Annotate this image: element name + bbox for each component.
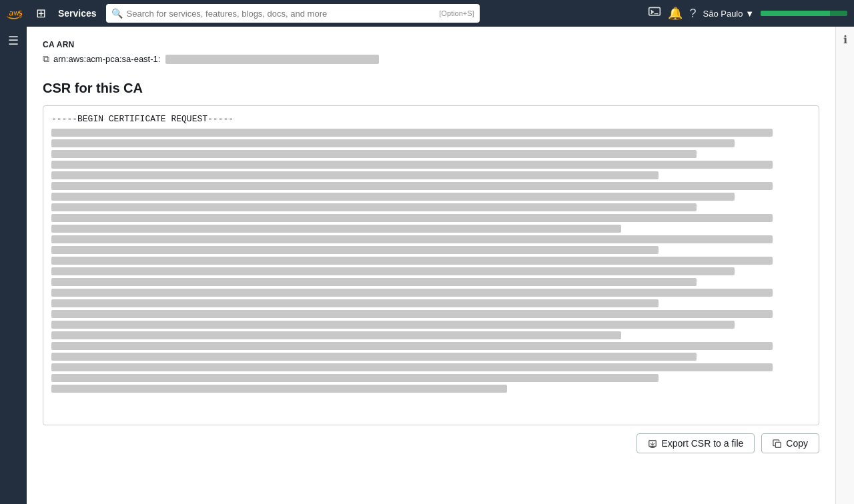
csr-line-21 — [51, 342, 773, 350]
csr-line-23 — [51, 363, 773, 371]
csr-line-4 — [51, 161, 773, 169]
csr-line-7 — [51, 193, 735, 201]
csr-line-1 — [51, 129, 773, 137]
account-status-bar — [761, 11, 847, 16]
account-status-fill — [761, 11, 830, 16]
search-icon: 🔍 — [111, 8, 123, 19]
csr-line-3 — [51, 150, 697, 158]
left-sidebar: ☰ — [0, 27, 27, 504]
csr-textarea-wrapper: -----BEGIN CERTIFICATE REQUEST----- — [43, 105, 819, 425]
export-icon — [648, 438, 657, 449]
right-info-panel: ℹ — [835, 27, 854, 504]
csr-line-14 — [51, 267, 735, 275]
arn-prefix-text: arn:aws:acm-pca:sa-east-1: — [53, 54, 160, 64]
csr-section: CSR for this CA -----BEGIN CERTIFICATE R… — [43, 81, 819, 453]
aws-logo[interactable] — [7, 6, 28, 21]
csr-line-17 — [51, 299, 659, 307]
top-navigation: ⊞ Services 🔍 [Option+S] 🔔 ? São Paulo ▼ — [0, 0, 854, 27]
region-caret: ▼ — [745, 9, 754, 19]
main-content: CA ARN ⧉ arn:aws:acm-pca:sa-east-1: CSR … — [27, 27, 835, 504]
svg-rect-0 — [649, 7, 661, 15]
search-shortcut: [Option+S] — [439, 9, 474, 17]
csr-line-13 — [51, 257, 773, 265]
search-input[interactable] — [127, 9, 436, 19]
csr-line-25 — [51, 385, 507, 393]
arn-redacted-value — [165, 55, 379, 64]
info-panel-icon[interactable]: ℹ — [843, 33, 847, 46]
ca-arn-label: CA ARN — [43, 40, 819, 49]
copy-icon — [773, 438, 782, 449]
notifications-icon[interactable]: 🔔 — [668, 6, 683, 21]
sidebar-toggle-icon[interactable]: ☰ — [8, 33, 19, 48]
grid-icon[interactable]: ⊞ — [33, 3, 49, 23]
csr-line-9 — [51, 214, 773, 222]
csr-line-5 — [51, 171, 659, 179]
csr-line-20 — [51, 331, 621, 339]
arn-value-row: ⧉ arn:aws:acm-pca:sa-east-1: — [43, 53, 819, 65]
cloudshell-icon[interactable] — [648, 5, 661, 22]
region-label: São Paulo — [703, 9, 743, 19]
csr-line-8 — [51, 203, 697, 211]
csr-line-19 — [51, 321, 735, 329]
csr-section-title: CSR for this CA — [43, 81, 819, 96]
search-bar: 🔍 [Option+S] — [106, 4, 480, 23]
svg-rect-2 — [776, 443, 781, 448]
copy-button-label: Copy — [786, 438, 808, 449]
services-nav-button[interactable]: Services — [54, 5, 101, 21]
copy-button[interactable]: Copy — [761, 433, 819, 453]
csr-line-15 — [51, 278, 697, 286]
csr-line-10 — [51, 225, 621, 233]
help-icon[interactable]: ? — [689, 7, 696, 21]
csr-content-area[interactable]: -----BEGIN CERTIFICATE REQUEST----- — [43, 106, 819, 425]
arn-copy-icon[interactable]: ⧉ — [43, 53, 49, 65]
export-button-label: Export CSR to a file — [661, 438, 743, 449]
csr-line-6 — [51, 182, 773, 190]
export-csr-button[interactable]: Export CSR to a file — [636, 433, 755, 453]
csr-line-11 — [51, 235, 773, 243]
csr-begin-line: -----BEGIN CERTIFICATE REQUEST----- — [51, 113, 811, 126]
ca-arn-section: CA ARN ⧉ arn:aws:acm-pca:sa-east-1: — [43, 40, 819, 65]
csr-line-18 — [51, 310, 773, 318]
csr-line-24 — [51, 374, 659, 382]
csr-line-22 — [51, 353, 697, 361]
csr-button-row: Export CSR to a file Copy — [43, 433, 819, 453]
region-selector[interactable]: São Paulo ▼ — [703, 9, 755, 19]
csr-line-2 — [51, 139, 735, 147]
csr-line-12 — [51, 246, 659, 254]
nav-right-icons: 🔔 ? São Paulo ▼ — [648, 5, 847, 22]
csr-line-16 — [51, 289, 773, 297]
